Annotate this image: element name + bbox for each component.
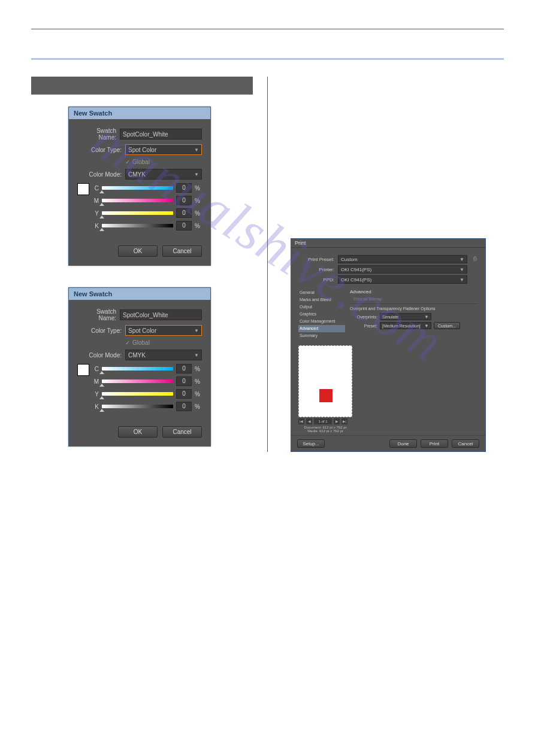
m-value[interactable]: 0 (176, 196, 192, 205)
global-label: Global (132, 159, 150, 165)
list-item-selected[interactable]: Advanced (298, 325, 345, 332)
m-pct: % (195, 198, 202, 204)
k-slider[interactable] (102, 405, 173, 408)
chevron-down-icon: ▼ (194, 147, 199, 153)
color-preview-swatch (77, 364, 89, 376)
advanced-heading: Advanced (350, 289, 478, 294)
check-icon: ✓ (125, 339, 130, 346)
color-preview-swatch (77, 183, 89, 195)
c-pct: % (195, 366, 202, 372)
printer-label: Printer: (298, 267, 334, 272)
new-swatch-dialog-1: New Swatch Swatch Name: Color Type: Spot… (68, 107, 211, 266)
c-label: C (93, 366, 99, 372)
ok-button[interactable]: OK (118, 426, 158, 438)
print-as-bitmap-checkbox: Print as Bitmap (353, 297, 478, 301)
done-button[interactable]: Done (389, 439, 417, 448)
first-page-icon[interactable]: |◀ (298, 418, 304, 424)
setup-button[interactable]: Setup... (297, 439, 325, 448)
color-mode-label: Color Mode: (77, 352, 122, 359)
y-value[interactable]: 0 (176, 208, 192, 218)
k-slider[interactable] (102, 224, 173, 227)
swatch-name-label: Swatch Name: (77, 127, 116, 141)
y-label: Y (93, 391, 99, 397)
chevron-down-icon: ▼ (460, 267, 464, 272)
chevron-down-icon: ▼ (194, 172, 199, 177)
print-preset-dropdown[interactable]: Custom▼ (338, 255, 467, 263)
dialog-title: New Swatch (69, 288, 210, 300)
y-slider[interactable] (102, 211, 173, 215)
print-preview (298, 345, 352, 417)
c-slider[interactable] (102, 186, 173, 190)
print-category-list[interactable]: General Marks and Bleed Output Graphics … (298, 289, 345, 339)
c-value[interactable]: 0 (176, 183, 192, 193)
list-item[interactable]: Marks and Bleed (298, 296, 345, 303)
media-size: Media: 612 pt x 792 pt (298, 429, 352, 433)
flattener-options-label: Overprint and Transparency Flattener Opt… (350, 306, 478, 311)
artwork-placeholder (319, 389, 333, 402)
c-slider[interactable] (102, 367, 173, 371)
m-label: M (93, 198, 99, 204)
overprints-label: Overprints: (352, 315, 377, 319)
y-pct: % (195, 391, 202, 397)
overprints-dropdown[interactable]: Simulate▼ (380, 313, 431, 320)
page-indicator[interactable]: 1 of 1 (314, 418, 332, 424)
color-type-value: Spot Color (128, 327, 156, 334)
k-label: K (93, 403, 99, 410)
ok-button[interactable]: OK (118, 245, 158, 257)
color-type-dropdown[interactable]: Spot Color ▼ (125, 325, 202, 336)
c-label: C (93, 185, 99, 192)
print-dialog-title: Print (291, 239, 485, 248)
print-button[interactable]: Print (421, 439, 448, 448)
cancel-button[interactable]: Cancel (162, 426, 202, 438)
k-pct: % (195, 223, 202, 229)
preset-dropdown[interactable]: [Medium Resolution]▼ (380, 322, 431, 329)
swatch-name-label: Swatch Name: (77, 308, 116, 321)
m-slider[interactable] (102, 199, 173, 202)
k-label: K (93, 223, 99, 229)
cancel-button[interactable]: Cancel (452, 439, 479, 448)
next-page-icon[interactable]: ▶ (334, 418, 340, 424)
k-pct: % (195, 403, 202, 410)
swatch-name-input[interactable] (120, 309, 202, 320)
ppd-label: PPD: (298, 277, 334, 283)
y-pct: % (195, 210, 202, 217)
save-preset-icon[interactable]: ⎙ (471, 256, 478, 263)
global-label: Global (132, 339, 150, 346)
color-type-label: Color Type: (77, 147, 122, 153)
chevron-down-icon: ▼ (194, 353, 199, 358)
k-value[interactable]: 0 (176, 221, 192, 230)
swatch-name-input[interactable] (120, 129, 202, 139)
color-type-value: Spot Color (128, 147, 156, 153)
cancel-button[interactable]: Cancel (162, 245, 202, 257)
color-mode-dropdown[interactable]: CMYK ▼ (125, 350, 202, 360)
list-item[interactable]: Summary (298, 332, 345, 339)
last-page-icon[interactable]: ▶| (341, 418, 347, 424)
list-item[interactable]: Output (298, 303, 345, 311)
page-top-rule (31, 29, 504, 29)
color-type-dropdown[interactable]: Spot Color ▼ (125, 144, 202, 155)
color-mode-label: Color Mode: (77, 171, 122, 178)
color-mode-dropdown[interactable]: CMYK ▼ (125, 169, 202, 180)
k-value[interactable]: 0 (176, 402, 192, 411)
list-item[interactable]: General (298, 289, 345, 296)
print-dialog: Print Print Preset: Custom▼ ⎙ Printer: O… (291, 238, 486, 452)
color-mode-value: CMYK (128, 352, 146, 359)
chevron-down-icon: ▼ (194, 328, 199, 333)
column-separator (267, 77, 268, 452)
prev-page-icon[interactable]: ◀ (306, 418, 312, 424)
subtitle-rule (31, 58, 504, 60)
m-slider[interactable] (102, 379, 173, 383)
m-value[interactable]: 0 (176, 377, 192, 386)
ppd-dropdown[interactable]: OKI C941(PS)▼ (338, 275, 467, 284)
m-label: M (93, 378, 99, 385)
custom-button[interactable]: Custom... (434, 322, 460, 329)
list-item[interactable]: Graphics (298, 311, 345, 318)
printer-dropdown[interactable]: OKI C941(PS)▼ (338, 265, 467, 274)
y-slider[interactable] (102, 392, 173, 396)
list-item[interactable]: Color Management (298, 318, 345, 325)
c-value[interactable]: 0 (176, 364, 192, 374)
chevron-down-icon: ▼ (424, 323, 429, 329)
y-value[interactable]: 0 (176, 389, 192, 399)
chevron-down-icon: ▼ (460, 277, 464, 283)
chevron-down-icon: ▼ (460, 257, 464, 262)
